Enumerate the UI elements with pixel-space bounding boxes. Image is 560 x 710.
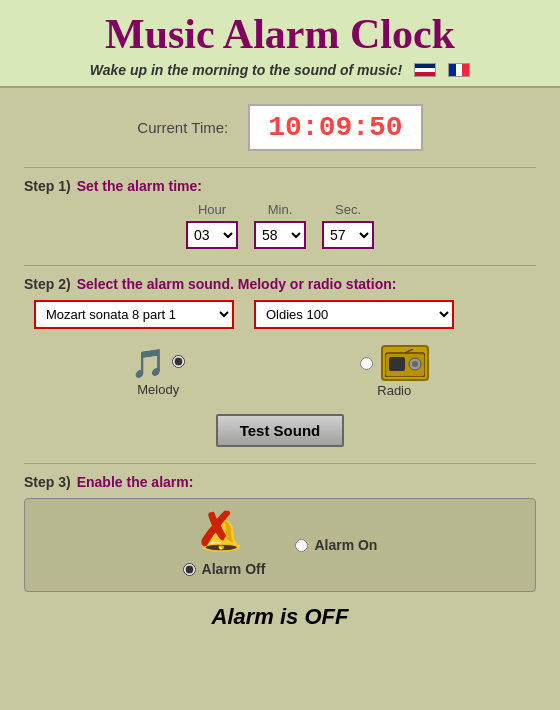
tagline: Wake up in the morning to the sound of m… — [90, 62, 402, 78]
step2-header: Step 2) Select the alarm sound. Melody o… — [24, 276, 536, 292]
current-time-label: Current Time: — [137, 119, 228, 136]
sec-label: Sec. — [322, 202, 374, 217]
music-notes-icon: 🎵 — [131, 347, 166, 380]
current-time-display: 10:09:50 — [248, 104, 422, 151]
alarm-on-group: Alarm On — [295, 537, 377, 553]
melody-select[interactable]: Mozart sonata 8 part 1Beethoven Symphony… — [34, 300, 234, 329]
radio-select[interactable]: Oldies 100Rock FMClassical 99Jazz Statio… — [254, 300, 454, 329]
test-sound-button[interactable]: Test Sound — [216, 414, 345, 447]
step3-header: Step 3) Enable the alarm: — [24, 474, 536, 490]
melody-label: Melody — [137, 382, 179, 397]
step1-desc: Set the alarm time: — [77, 178, 202, 194]
alarm-off-label: Alarm Off — [202, 561, 266, 577]
svg-point-3 — [412, 361, 418, 367]
main-content: Current Time: 10:09:50 Step 1) Set the a… — [0, 88, 560, 710]
step1-label: Step 1) — [24, 178, 71, 194]
min-select[interactable]: 0001020304050607080910111213141516171819… — [254, 221, 306, 249]
alarm-off-radio[interactable] — [183, 563, 196, 576]
flag-fr-icon[interactable] — [448, 63, 470, 77]
step1-header: Step 1) Set the alarm time: — [24, 178, 536, 194]
step2-label: Step 2) — [24, 276, 71, 292]
radio-group: Radio — [360, 345, 429, 398]
time-selectors: Hour Min. Sec. 0001020304050607080910111… — [24, 202, 536, 249]
melody-group: 🎵 Melody — [131, 347, 185, 397]
sound-icons-row: 🎵 Melody Rad — [24, 339, 536, 404]
x-overlay-icon: ✗ — [196, 507, 235, 553]
step2-desc: Select the alarm sound. Melody or radio … — [77, 276, 397, 292]
radio-device-icon — [381, 345, 429, 381]
step3-desc: Enable the alarm: — [77, 474, 194, 490]
melody-radio[interactable] — [172, 355, 185, 368]
svg-rect-1 — [389, 357, 405, 371]
alarm-enable-box: 🔔 ✗ Alarm Off Alarm On — [24, 498, 536, 592]
sec-select[interactable]: 0001020304050607080910111213141516171819… — [322, 221, 374, 249]
alarm-on-label: Alarm On — [314, 537, 377, 553]
radio-label: Radio — [377, 383, 411, 398]
app-title: Music Alarm Clock — [0, 10, 560, 58]
sound-selectors-row: Mozart sonata 8 part 1Beethoven Symphony… — [24, 300, 536, 329]
current-time-row: Current Time: 10:09:50 — [24, 104, 536, 151]
step3-label: Step 3) — [24, 474, 71, 490]
radio-radio[interactable] — [360, 357, 373, 370]
min-label: Min. — [254, 202, 306, 217]
hour-select[interactable]: 0001020304050607080910111213141516171819… — [186, 221, 238, 249]
flag-uk-icon[interactable] — [414, 63, 436, 77]
test-sound-row: Test Sound — [24, 414, 536, 447]
alarm-status: Alarm is OFF — [24, 604, 536, 630]
alarm-on-radio[interactable] — [295, 539, 308, 552]
header: Music Alarm Clock Wake up in the morning… — [0, 0, 560, 88]
hour-label: Hour — [186, 202, 238, 217]
alarm-off-group: 🔔 ✗ Alarm Off — [183, 513, 266, 577]
